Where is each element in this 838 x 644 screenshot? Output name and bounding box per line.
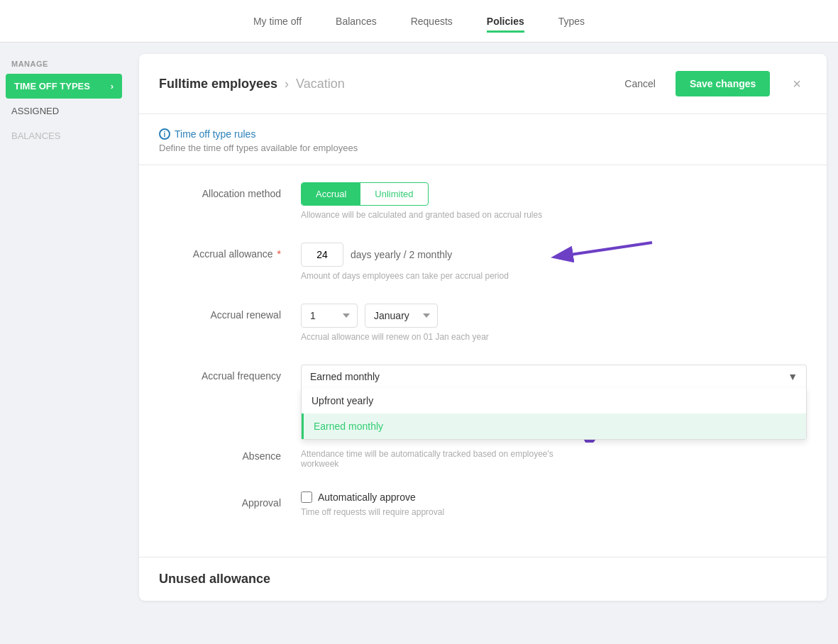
toggle-unlimited[interactable]: Unlimited — [360, 183, 427, 205]
nav-types[interactable]: Types — [558, 10, 585, 33]
allocation-toggle-group: Accrual Unlimited — [301, 182, 429, 206]
main-content: Fulltime employees › Vacation Cancel Sav… — [128, 43, 838, 644]
accrual-frequency-field: Earned monthly ▼ Upfront yearly Earned m… — [301, 365, 807, 388]
allocation-method-label: Allocation method — [159, 182, 301, 199]
sidebar-item-time-off-types[interactable]: TIME OFF TYPES › — [6, 74, 122, 99]
section-title: i Time off type rules — [159, 128, 807, 140]
nav-balances[interactable]: Balances — [336, 10, 377, 33]
accrual-frequency-row: Accrual frequency Earned monthly ▼ Upfro… — [159, 365, 807, 388]
approval-hint: Time off requests will require approval — [301, 507, 807, 517]
header-actions: Cancel Save changes × — [613, 71, 807, 96]
accrual-frequency-label: Accrual frequency — [159, 365, 301, 382]
accrual-allowance-hint: Amount of days employees can take per ac… — [301, 271, 807, 281]
nav-my-time-off[interactable]: My time off — [253, 10, 302, 33]
close-button[interactable]: × — [787, 73, 807, 95]
toggle-accrual[interactable]: Accrual — [302, 183, 360, 205]
breadcrumb-separator: › — [285, 77, 289, 91]
approval-label: Approval — [159, 492, 301, 509]
allocation-method-row: Allocation method Accrual Unlimited Allo… — [159, 182, 807, 220]
section-description: Define the time off types available for … — [159, 143, 807, 153]
accrual-frequency-menu: Upfront yearly Earned monthly — [301, 388, 807, 440]
automatically-approve-checkbox[interactable] — [301, 492, 312, 503]
accrual-allowance-label: Accrual allowance * — [159, 243, 301, 260]
nav-policies[interactable]: Policies — [487, 10, 524, 33]
accrual-renewal-label: Accrual renewal — [159, 304, 301, 321]
section-info: i Time off type rules Define the time of… — [139, 114, 827, 165]
policy-card: Fulltime employees › Vacation Cancel Sav… — [139, 54, 827, 601]
purple-arrow-annotation-1 — [542, 235, 656, 271]
accrual-allowance-field: 24 days yearly / 2 monthly — [301, 243, 807, 281]
dropdown-option-earned-monthly[interactable]: Earned monthly — [302, 413, 806, 439]
sidebar-manage-label: MANAGE — [0, 54, 128, 74]
sidebar: MANAGE TIME OFF TYPES › ASSIGNED BALANCE… — [0, 43, 128, 644]
allocation-hint: Allowance will be calculated and granted… — [301, 210, 807, 220]
breadcrumb-parent[interactable]: Fulltime employees — [159, 77, 277, 91]
accrual-frequency-value: Earned monthly — [310, 371, 380, 382]
chevron-down-icon: ▼ — [788, 371, 798, 382]
sidebar-item-assigned[interactable]: ASSIGNED — [0, 99, 128, 123]
absence-label: Absence — [159, 445, 301, 462]
accrual-renewal-field: 1 January February Accrual allowance wil… — [301, 304, 807, 342]
accrual-renewal-row: Accrual renewal 1 January February Accru… — [159, 304, 807, 342]
accrual-renewal-month-select[interactable]: January February — [365, 304, 438, 328]
accrual-frequency-selected[interactable]: Earned monthly ▼ — [301, 365, 807, 388]
absence-row: Absence Attendance time will be automati… — [159, 445, 807, 469]
accrual-allowance-input[interactable]: 24 — [301, 243, 343, 267]
approval-field: Automatically approve Time off requests … — [301, 492, 807, 517]
dropdown-option-upfront-yearly[interactable]: Upfront yearly — [302, 388, 806, 413]
allocation-method-field: Accrual Unlimited Allowance will be calc… — [301, 182, 807, 220]
accrual-frequency-dropdown: Earned monthly ▼ Upfront yearly Earned m… — [301, 365, 807, 388]
accrual-renewal-group: 1 January February — [301, 304, 807, 328]
card-header: Fulltime employees › Vacation Cancel Sav… — [139, 54, 827, 114]
automatically-approve-label: Automatically approve — [318, 492, 416, 503]
nav-requests[interactable]: Requests — [411, 10, 453, 33]
required-marker: * — [277, 248, 281, 260]
absence-field: Attendance time will be automatically tr… — [301, 445, 807, 469]
top-navigation: My time off Balances Requests Policies T… — [0, 0, 838, 43]
accrual-renewal-hint: Accrual allowance will renew on 01 Jan e… — [301, 332, 807, 342]
chevron-right-icon: › — [111, 81, 114, 91]
info-icon: i — [159, 128, 170, 140]
sidebar-item-balances: BALANCES — [0, 123, 128, 148]
approval-row: Approval Automatically approve Time off … — [159, 492, 807, 517]
unused-allowance-section: Unused allowance — [139, 557, 827, 601]
approval-checkbox-group: Automatically approve — [301, 492, 807, 503]
accrual-unit: days yearly / 2 monthly — [351, 249, 452, 260]
accrual-input-group: 24 days yearly / 2 monthly — [301, 243, 807, 267]
form-body: Allocation method Accrual Unlimited Allo… — [139, 165, 827, 557]
save-button[interactable]: Save changes — [676, 71, 770, 96]
absence-hint: Attendance time will be automatically tr… — [301, 449, 807, 469]
cancel-button[interactable]: Cancel — [613, 72, 667, 95]
breadcrumb-current[interactable]: Vacation — [296, 77, 345, 91]
breadcrumb: Fulltime employees › Vacation — [159, 77, 345, 91]
accrual-renewal-day-select[interactable]: 1 — [301, 304, 358, 328]
accrual-allowance-row: Accrual allowance * 24 days yearly / 2 m… — [159, 243, 807, 281]
